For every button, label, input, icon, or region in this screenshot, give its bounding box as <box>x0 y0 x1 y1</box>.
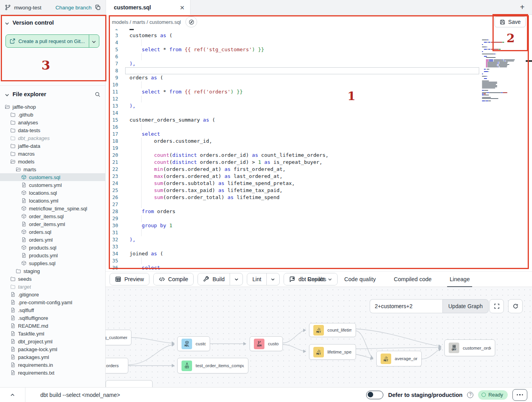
tree-item-staging[interactable]: staging <box>0 267 105 275</box>
update-graph-button[interactable]: Update Graph <box>442 299 489 313</box>
lineage-node-partial_bottom[interactable] <box>106 380 153 387</box>
fullscreen-button[interactable] <box>489 299 504 313</box>
lineage-selector-input[interactable] <box>370 299 442 313</box>
tree-item-locations-sql[interactable]: locations.sql <box>0 189 105 197</box>
lineage-node-stg_customers[interactable]: MDLstg_customers <box>106 330 131 345</box>
tree-item-requirements-in[interactable]: requirements.in <box>0 361 105 369</box>
code-line-26[interactable]: 26 sum(orders.order_total) as lifetime_s… <box>106 194 532 201</box>
tab-compiled-code[interactable]: Compiled code <box>392 272 434 287</box>
code-line-33[interactable]: 33 <box>106 243 532 250</box>
tree-item-supplies-sql[interactable]: supplies.sql <box>0 259 105 267</box>
editor-pane[interactable]: models / marts / customers.sql Save 23cu… <box>106 15 532 271</box>
create-pull-request-main[interactable]: Create a pull request on Git... <box>6 35 89 47</box>
code-line-27[interactable]: 27 <box>106 201 532 208</box>
code-line-32[interactable]: 32), <box>106 236 532 243</box>
code-line-16[interactable]: 16 <box>106 124 532 131</box>
tree-item-orders-sql[interactable]: orders.sql <box>0 228 105 236</box>
lineage-node-lifetime_spend_pretax[interactable]: METlifetime_spend_pretax <box>309 344 356 360</box>
tree-item-products-sql[interactable]: products.sql <box>0 244 105 251</box>
new-tab-button[interactable]: + <box>518 3 527 12</box>
code-line-12[interactable]: 12 <box>106 95 532 102</box>
tree-item-products-yml[interactable]: products.yml <box>0 251 105 259</box>
tab-customers-sql[interactable]: customers.sql ✕ <box>106 0 191 15</box>
code-line-31[interactable]: 31 <box>106 229 532 236</box>
lineage-node-average_order_value[interactable]: METaverage_order_value <box>376 351 422 366</box>
code-line-17[interactable]: 17 select <box>106 131 532 138</box>
code-line-28[interactable]: 28 from orders <box>106 208 532 215</box>
code-line-7[interactable]: 7), <box>106 60 532 67</box>
tree-item-target[interactable]: target <box>0 283 105 291</box>
code-line-3[interactable]: 3customers as ( <box>106 32 532 39</box>
code-line-21[interactable]: 21 count(distinct orders.order_id) > 1 a… <box>106 159 532 166</box>
tree-item--pre-commit-config-yaml[interactable]: .pre-commit-config.yaml <box>0 298 105 306</box>
tree-item-dbt-packages[interactable]: dbt_packages <box>0 134 105 142</box>
code-line-14[interactable]: 14 <box>106 109 532 117</box>
version-control-header[interactable]: Version control <box>0 15 105 29</box>
code-line-10[interactable]: 10 <box>106 81 532 88</box>
explore-docs-button[interactable] <box>185 16 197 27</box>
code-line-22[interactable]: 22 min(orders.ordered_at) as first_order… <box>106 166 532 173</box>
compile-button[interactable]: Compile <box>153 273 194 285</box>
save-button[interactable]: Save <box>494 16 526 27</box>
lineage-node-customers_sem[interactable]: SEMcustomers <box>250 336 283 351</box>
tab-lineage[interactable]: Lineage <box>447 272 472 287</box>
lineage-node-test_bools[interactable]: TSTtest_order_items_compute_to_bools... <box>177 358 248 373</box>
code-line-30[interactable]: 30 group by 1 <box>106 222 532 229</box>
lineage-panel[interactable]: MDLstg_customersMDLordersMDLcustomersTST… <box>106 287 532 387</box>
tree-item-orders-yml[interactable]: orders.yml <box>0 236 105 244</box>
code-line-5[interactable]: 5 select * from {{ ref('stg_customers') … <box>106 46 532 53</box>
tree-item-macros[interactable]: macros <box>0 150 105 158</box>
chevron-up-icon[interactable] <box>9 392 16 398</box>
code-line-20[interactable]: 20 count(distinct orders.order_id) as co… <box>106 152 532 159</box>
code-line-11[interactable]: 11 select * from {{ ref('orders') }} <box>106 88 532 95</box>
code-line-15[interactable]: 15customer_orders_summary as ( <box>106 117 532 124</box>
create-pull-request-button[interactable]: Create a pull request on Git... <box>5 34 99 48</box>
code-line-9[interactable]: 9orders as ( <box>106 74 532 81</box>
code-line-25[interactable]: 25 sum(orders.tax_paid) as lifetime_tax_… <box>106 187 532 194</box>
code-line-24[interactable]: 24 sum(orders.subtotal) as lifetime_spen… <box>106 180 532 187</box>
change-branch-link[interactable]: Change branch <box>56 5 92 11</box>
tree-item-customers-yml[interactable]: customers.yml <box>0 181 105 189</box>
tree-item-metricflow-time-spine-sql[interactable]: metricflow_time_spine.sql <box>0 205 105 212</box>
tree-item-locations-yml[interactable]: locations.yml <box>0 197 105 205</box>
copy-icon[interactable] <box>95 4 101 11</box>
lint-dropdown-caret[interactable] <box>267 273 279 285</box>
tree-item-taskfile-yml[interactable]: Taskfile.yml <box>0 330 105 337</box>
help-icon[interactable]: ? <box>467 392 473 398</box>
file-explorer-header[interactable]: File explorer <box>0 86 105 100</box>
more-options-button[interactable] <box>512 389 527 401</box>
tree-item-readme-md[interactable]: README.md <box>0 322 105 330</box>
tree-item-jaffle-data[interactable]: jaffle-data <box>0 142 105 150</box>
lineage-node-orders_src[interactable]: MDLorders <box>106 358 128 373</box>
tree-item-data-tests[interactable]: data-tests <box>0 126 105 134</box>
lint-button[interactable]: Lint <box>247 273 266 285</box>
code-line-35[interactable]: 35 <box>106 257 532 264</box>
tree-item-analyses[interactable]: analyses <box>0 118 105 126</box>
tree-item-order-items-yml[interactable]: order_items.yml <box>0 220 105 228</box>
tab-close-icon[interactable]: ✕ <box>180 5 185 11</box>
refresh-button[interactable] <box>508 299 523 313</box>
tree-item--github[interactable]: .github <box>0 111 105 118</box>
pr-dropdown-caret[interactable] <box>89 35 99 47</box>
code-line-18[interactable]: 18 orders.customer_id, <box>106 138 532 145</box>
code-line-6[interactable]: 6 <box>106 53 532 60</box>
tab-results[interactable]: Results <box>305 272 329 287</box>
code-line-8[interactable]: 8 <box>106 67 532 74</box>
tree-item-models[interactable]: models <box>0 158 105 165</box>
tree-item-customers-sql[interactable]: customers.sql <box>0 173 105 181</box>
search-icon[interactable] <box>95 92 101 97</box>
code-line-19[interactable]: 19 <box>106 145 532 152</box>
lineage-node-customer_order_metrics[interactable]: QRYcustomer_order_metrics <box>444 339 495 356</box>
code-line-29[interactable]: 29 <box>106 215 532 222</box>
tree-item--sqlfluff[interactable]: .sqlfluff <box>0 306 105 314</box>
tree-item-marts[interactable]: marts <box>0 165 105 173</box>
tree-item-order-items-sql[interactable]: order_items.sql <box>0 212 105 220</box>
build-dropdown-caret[interactable] <box>230 273 243 285</box>
code-line-23[interactable]: 23 max(orders.ordered_at) as last_ordere… <box>106 173 532 180</box>
code-line-13[interactable]: 13), <box>106 102 532 109</box>
cli-command[interactable]: dbt build --select <model_name> <box>40 392 120 398</box>
tree-item-package-lock-yml[interactable]: package-lock.yml <box>0 345 105 353</box>
code-editor[interactable]: 23customers as (45 select * from {{ ref(… <box>106 29 532 271</box>
lineage-node-count_lifetime_orders[interactable]: METcount_lifetime_orders <box>309 323 356 337</box>
code-line-36[interactable]: 36 select <box>106 264 532 271</box>
